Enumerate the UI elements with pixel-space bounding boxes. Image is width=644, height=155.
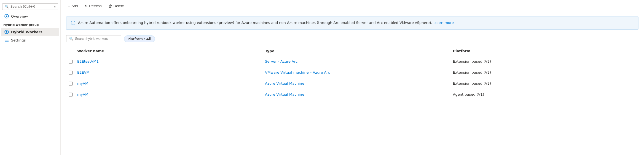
sidebar: 🔍 Search (Ctrl+/) « Overview Hybrid work… — [0, 0, 61, 155]
sidebar-section-label: Hybrid worker group — [0, 20, 60, 28]
sidebar-search[interactable]: 🔍 Search (Ctrl+/) « — [2, 3, 58, 10]
row4-worker-name: myVM — [75, 91, 263, 98]
sidebar-collapse-button[interactable]: « — [54, 5, 56, 9]
row4-type: Azure Virtual Machine — [263, 91, 450, 98]
sidebar-item-hybrid-workers[interactable]: Hybrid Workers — [1, 28, 59, 36]
row2-name-link[interactable]: E2EVM — [77, 70, 90, 74]
info-banner-text: Azure Automation offers onboarding hybri… — [78, 20, 454, 26]
platform-filter[interactable]: Platform : All — [124, 35, 155, 42]
settings-icon — [4, 38, 9, 42]
row3-checkbox[interactable] — [69, 82, 73, 85]
row3-type: Azure Virtual Machine — [263, 80, 450, 87]
row1-name-link[interactable]: E2EtestVM1 — [77, 59, 99, 63]
search-hybrid-workers-input[interactable] — [75, 37, 118, 41]
info-banner: ⓘ Azure Automation offers onboarding hyb… — [66, 16, 638, 30]
delete-button[interactable]: 🗑 Delete — [106, 2, 127, 10]
delete-button-label: Delete — [114, 4, 124, 8]
hybrid-workers-icon — [4, 30, 9, 34]
refresh-button-label: Refresh — [89, 4, 102, 8]
row3-checkbox-cell — [66, 81, 75, 87]
toolbar: + Add ↻ Refresh 🗑 Delete — [61, 0, 644, 12]
table-row: E2EtestVM1 Server - Azure Arc Extension … — [66, 56, 638, 67]
table-header: Worker name Type Platform — [66, 46, 638, 56]
row4-type-link[interactable]: Azure Virtual Machine — [265, 92, 304, 96]
col-type: Type — [263, 48, 450, 54]
search-box-icon: 🔍 — [69, 37, 73, 41]
table-row: myVM Azure Virtual Machine Extension bas… — [66, 78, 638, 89]
row4-checkbox[interactable] — [69, 93, 73, 96]
overview-icon — [4, 14, 9, 18]
sidebar-item-hybrid-workers-label: Hybrid Workers — [11, 30, 42, 34]
sidebar-search-text: Search (Ctrl+/) — [10, 5, 35, 9]
table-row: myVM Azure Virtual Machine Agent based (… — [66, 89, 638, 100]
row3-type-link[interactable]: Azure Virtual Machine — [265, 81, 304, 85]
row2-checkbox-cell — [66, 70, 75, 76]
col-worker-name: Worker name — [75, 48, 263, 54]
sidebar-item-settings-label: Settings — [11, 38, 26, 42]
row3-platform: Extension based (V2) — [451, 80, 638, 87]
row1-worker-name: E2EtestVM1 — [75, 58, 263, 65]
add-button[interactable]: + Add — [65, 2, 80, 10]
content-area: ⓘ Azure Automation offers onboarding hyb… — [61, 12, 644, 155]
refresh-icon: ↻ — [84, 4, 88, 8]
row1-checkbox[interactable] — [69, 60, 73, 63]
col-platform: Platform — [451, 48, 638, 54]
row3-worker-name: myVM — [75, 80, 263, 87]
learn-more-link[interactable]: Learn more — [433, 21, 454, 25]
row4-name-link[interactable]: myVM — [77, 92, 88, 96]
row2-worker-name: E2EVM — [75, 69, 263, 76]
banner-text-content: Azure Automation offers onboarding hybri… — [78, 21, 432, 25]
workers-table: Worker name Type Platform E2EtestVM1 Ser… — [66, 46, 638, 100]
search-box[interactable]: 🔍 — [66, 35, 121, 42]
add-icon: + — [68, 4, 70, 8]
row2-checkbox[interactable] — [69, 71, 73, 74]
platform-filter-value: All — [146, 37, 151, 41]
main-content: + Add ↻ Refresh 🗑 Delete ⓘ Azure Automat… — [61, 0, 644, 155]
add-button-label: Add — [71, 4, 78, 8]
delete-icon: 🗑 — [108, 4, 112, 8]
row2-platform: Extension based (V2) — [451, 69, 638, 76]
table-row: E2EVM VMware Virtual machine – Azure Arc… — [66, 67, 638, 78]
row1-platform: Extension based (V2) — [451, 58, 638, 65]
row3-name-link[interactable]: myVM — [77, 81, 88, 85]
row1-type-link[interactable]: Server - Azure Arc — [265, 59, 297, 63]
sidebar-item-overview-label: Overview — [11, 14, 28, 18]
sidebar-search-icon: 🔍 — [5, 5, 9, 9]
col-checkbox — [66, 48, 75, 54]
sidebar-item-overview[interactable]: Overview — [1, 12, 59, 20]
platform-filter-label: Platform : — [128, 37, 145, 41]
row2-type: VMware Virtual machine – Azure Arc — [263, 69, 450, 76]
row4-platform: Agent based (V1) — [451, 91, 638, 98]
refresh-button[interactable]: ↻ Refresh — [82, 2, 104, 10]
row2-type-link[interactable]: VMware Virtual machine – Azure Arc — [265, 70, 330, 74]
info-icon: ⓘ — [71, 20, 75, 26]
filter-row: 🔍 Platform : All — [66, 35, 638, 42]
svg-point-1 — [6, 16, 7, 17]
row1-type: Server - Azure Arc — [263, 58, 450, 65]
row4-checkbox-cell — [66, 92, 75, 98]
sidebar-item-settings[interactable]: Settings — [1, 36, 59, 44]
row1-checkbox-cell — [66, 59, 75, 65]
